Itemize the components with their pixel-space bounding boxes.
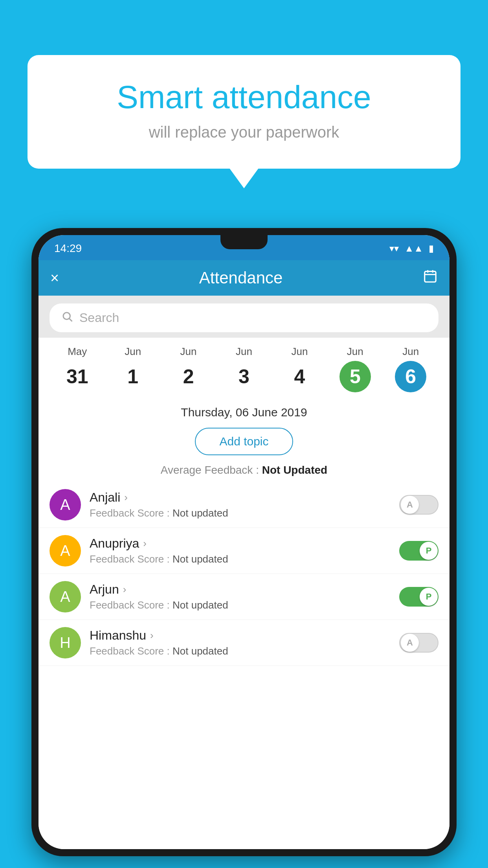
feedback-score: Feedback Score : Not updated (90, 599, 391, 611)
avatar-letter: A (60, 497, 70, 513)
date-col-4[interactable]: Jun 4 (272, 346, 327, 392)
search-bar[interactable]: Search (50, 303, 438, 332)
attendance-toggle[interactable]: A (399, 495, 438, 515)
phone-screen: 14:29 ▾▾ ▲▲ ▮ × Attendance (39, 235, 449, 849)
date-month-3: Jun (236, 346, 252, 358)
student-name: Arjun › (90, 582, 391, 597)
speech-bubble-container: Smart attendance will replace your paper… (28, 55, 460, 169)
wifi-icon: ▾▾ (389, 243, 399, 254)
selected-date-info: Thursday, 06 June 2019 (39, 400, 449, 422)
status-time: 14:29 (54, 242, 82, 255)
speech-bubble: Smart attendance will replace your paper… (28, 55, 460, 169)
date-month-0: May (68, 346, 87, 358)
feedback-score: Feedback Score : Not updated (90, 507, 391, 519)
toggle-knob: P (420, 588, 438, 606)
student-name: Himanshu › (90, 628, 391, 643)
avg-feedback-prefix: Average Feedback : (161, 464, 262, 476)
search-icon (61, 311, 73, 325)
phone-frame: 14:29 ▾▾ ▲▲ ▮ × Attendance (31, 228, 457, 856)
avatar: A (50, 581, 81, 612)
date-month-5: Jun (347, 346, 363, 358)
student-item: A Arjun › Feedback Score : Not updated (39, 574, 449, 620)
date-picker: May 31 Jun 1 Jun 2 Jun 3 Jun 4 (39, 338, 449, 400)
date-day-1[interactable]: 1 (117, 361, 149, 392)
toggle-knob: A (401, 496, 419, 514)
chevron-right-icon: › (143, 537, 147, 550)
date-month-1: Jun (125, 346, 141, 358)
date-col-6[interactable]: Jun 6 (383, 346, 438, 392)
toggle-switch[interactable]: P (399, 587, 438, 607)
student-info[interactable]: Arjun › Feedback Score : Not updated (90, 582, 391, 611)
student-item: H Himanshu › Feedback Score : Not update… (39, 620, 449, 666)
app-bar: × Attendance (39, 260, 449, 296)
date-col-5[interactable]: Jun 5 (327, 346, 383, 392)
date-col-2[interactable]: Jun 2 (161, 346, 216, 392)
avatar-letter: H (60, 634, 70, 651)
student-item: A Anjali › Feedback Score : Not updated (39, 482, 449, 528)
add-topic-wrapper: Add topic (39, 422, 449, 461)
average-feedback: Average Feedback : Not Updated (39, 461, 449, 482)
date-month-2: Jun (180, 346, 197, 358)
date-month-6: Jun (402, 346, 419, 358)
toggle-switch[interactable]: A (399, 633, 438, 653)
content-area: Search May 31 Jun 1 Jun 2 Jun (39, 296, 449, 849)
student-info[interactable]: Anupriya › Feedback Score : Not updated (90, 536, 391, 565)
selected-date-text: Thursday, 06 June 2019 (181, 406, 307, 419)
student-name: Anjali › (90, 490, 391, 505)
feedback-score: Feedback Score : Not updated (90, 553, 391, 565)
chevron-right-icon: › (123, 583, 127, 596)
average-feedback-label: Average Feedback : Not Updated (161, 464, 327, 476)
student-info[interactable]: Himanshu › Feedback Score : Not updated (90, 628, 391, 657)
battery-icon: ▮ (429, 243, 434, 254)
status-icons: ▾▾ ▲▲ ▮ (389, 243, 434, 254)
student-item: A Anupriya › Feedback Score : Not update… (39, 528, 449, 574)
toggle-switch[interactable]: A (399, 495, 438, 515)
close-icon[interactable]: × (50, 270, 59, 287)
speech-bubble-title: Smart attendance (59, 79, 429, 116)
chevron-right-icon: › (150, 629, 154, 642)
feedback-score: Feedback Score : Not updated (90, 645, 391, 657)
phone-notch (220, 235, 268, 249)
svg-point-4 (63, 313, 70, 320)
svg-rect-0 (425, 271, 436, 282)
app-bar-title: Attendance (199, 268, 283, 287)
speech-bubble-subtitle: will replace your paperwork (59, 123, 429, 141)
search-bar-wrapper: Search (39, 296, 449, 338)
signal-icon: ▲▲ (404, 243, 423, 254)
avatar: A (50, 489, 81, 520)
avg-feedback-value: Not Updated (262, 464, 327, 476)
avatar: A (50, 535, 81, 566)
date-col-1[interactable]: Jun 1 (105, 346, 160, 392)
date-col-3[interactable]: Jun 3 (216, 346, 272, 392)
date-day-6[interactable]: 6 (395, 361, 426, 392)
svg-line-5 (70, 319, 72, 322)
avatar: H (50, 627, 81, 658)
toggle-knob: A (401, 634, 419, 652)
date-month-4: Jun (291, 346, 308, 358)
attendance-toggle[interactable]: A (399, 633, 438, 653)
student-name: Anupriya › (90, 536, 391, 551)
search-input-placeholder[interactable]: Search (79, 311, 119, 325)
add-topic-button[interactable]: Add topic (195, 428, 293, 455)
date-day-0[interactable]: 31 (62, 361, 93, 392)
attendance-toggle[interactable]: P (399, 541, 438, 561)
date-col-0[interactable]: May 31 (50, 346, 105, 392)
avatar-letter: A (60, 542, 70, 559)
date-day-2[interactable]: 2 (173, 361, 204, 392)
toggle-knob: P (420, 542, 438, 560)
chevron-right-icon: › (124, 491, 128, 504)
date-day-4[interactable]: 4 (284, 361, 315, 392)
date-day-3[interactable]: 3 (228, 361, 260, 392)
student-list: A Anjali › Feedback Score : Not updated (39, 482, 449, 849)
attendance-toggle[interactable]: P (399, 587, 438, 607)
toggle-switch[interactable]: P (399, 541, 438, 561)
student-info[interactable]: Anjali › Feedback Score : Not updated (90, 490, 391, 519)
calendar-icon[interactable] (423, 269, 438, 287)
date-day-5[interactable]: 5 (339, 361, 371, 392)
avatar-letter: A (60, 588, 70, 605)
